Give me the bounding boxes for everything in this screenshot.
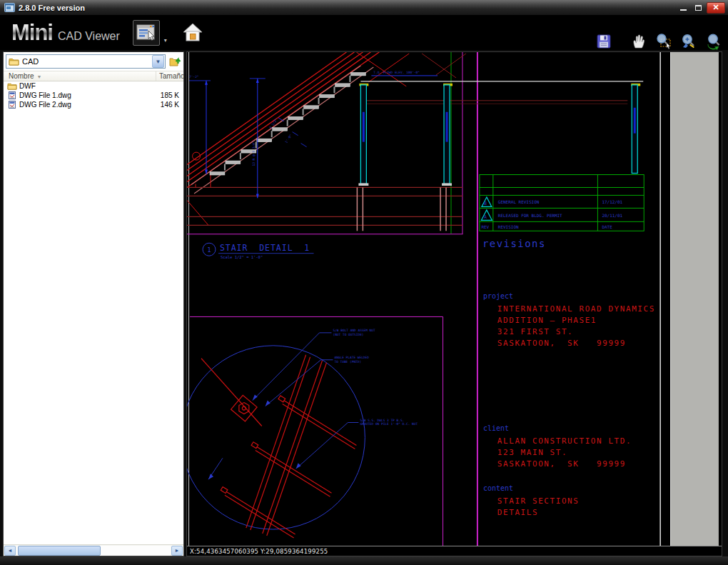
revisions-label: revisions — [482, 238, 546, 249]
cad-drawing: T.O. PLYWD ELEV. 100'-0" — [187, 52, 722, 546]
revision-text: GENERAL REVISION — [498, 199, 540, 204]
cad-canvas[interactable]: T.O. PLYWD ELEV. 100'-0" — [186, 51, 722, 556]
file-list-header[interactable]: Nombre▼ Tamaño — [4, 71, 183, 81]
logo-secondary: CAD Viewer — [58, 30, 120, 43]
zoom-in-out-icon[interactable] — [680, 33, 697, 50]
status-bar: X:54,4363457060395 Y:29,0859364199255 — [187, 546, 722, 556]
folder-up-green-arrow-icon — [169, 56, 181, 67]
revision-date: 20/11/01 — [602, 213, 622, 218]
folder-icon — [7, 82, 17, 90]
zoom-extents-icon[interactable] — [705, 33, 722, 50]
annotation: 5/8 BOLT AND ASSEM NUT — [333, 329, 375, 332]
horizontal-scrollbar: ◄ ► — [4, 544, 183, 556]
detail-title: 1 STAIR DETAIL 1 Scale 1/2" = 1'-0" — [203, 243, 314, 259]
client-line: ALLAN CONSTRUCTION LTD. — [497, 436, 632, 446]
file-size: 146 K — [159, 101, 183, 109]
file-browser-panel: CAD ▼ Nombre▼ Tamaño — [3, 51, 184, 556]
window-title: 2.8.0 Free version — [19, 4, 674, 12]
scroll-right-button[interactable]: ► — [171, 546, 183, 556]
detail-number: 1 — [207, 246, 211, 254]
view-mode-button[interactable]: ▾ — [133, 20, 160, 46]
file-name: DWG File 2.dwg — [19, 101, 159, 109]
folder-combo[interactable]: CAD ▼ — [6, 54, 166, 69]
header-date: DATE — [602, 224, 612, 229]
toolbar: Mini CAD Viewer ▾ — [0, 16, 728, 50]
content-line: STAIR SECTIONS — [497, 496, 580, 506]
view-mode-dropdown-arrow[interactable]: ▾ — [164, 37, 167, 44]
file-list: DWF DWG File 1.dwg 185 K DWG File 2.dwg … — [4, 81, 183, 544]
dim-riser: 13 R @ 7 3/4" — [252, 141, 256, 166]
sheet-edges — [189, 52, 719, 546]
sort-indicator-icon: ▼ — [37, 74, 42, 79]
revisions-table: B A GENERAL REVISION 17/12/01 RELEASED F… — [480, 175, 644, 250]
annotation: ANGLE PLATE WELDED — [334, 356, 369, 359]
detail-circle: 5/8 BOLT AND ASSEM NUT (NUT TO OUTSIDE) … — [187, 329, 418, 538]
rev-mark: A — [484, 214, 487, 220]
view-mode-window-cursor-icon — [136, 24, 157, 42]
annotation: 5/8 S.S. DWLS 3 TP B.S. — [360, 419, 404, 422]
annotation: (NUT TO OUTSIDE) — [333, 333, 363, 336]
stair-section — [187, 52, 466, 225]
app-window: 2.8.0 Free version ✕ Mini CAD Viewer ▾ — [0, 0, 728, 565]
list-item-folder[interactable]: DWF — [4, 81, 183, 91]
detail-annotations: 5/8 BOLT AND ASSEM NUT (NUT TO OUTSIDE) … — [208, 329, 418, 479]
home-icon — [182, 22, 203, 44]
file-name: DWG File 1.dwg — [19, 91, 159, 99]
project-line: 321 FIRST ST. — [497, 327, 573, 336]
file-size: 185 K — [159, 91, 183, 99]
project-line: INTERNATIONAL ROAD DYNAMICS — [497, 304, 655, 314]
scrollbar-thumb[interactable] — [18, 546, 101, 556]
app-logo: Mini CAD Viewer — [11, 20, 120, 46]
logo-primary: Mini — [11, 20, 53, 46]
combo-dropdown-button[interactable]: ▼ — [152, 55, 164, 68]
title-bar: 2.8.0 Free version ✕ — [0, 0, 728, 16]
scrollbar-track[interactable] — [16, 546, 171, 556]
list-item-dwg2[interactable]: DWG File 2.dwg 146 K — [4, 100, 183, 109]
folder-combo-value: CAD — [22, 57, 152, 66]
main-area: CAD ▼ Nombre▼ Tamaño — [0, 50, 728, 556]
minimize-button[interactable] — [677, 2, 689, 14]
up-folder-button[interactable] — [168, 54, 182, 69]
viewport-borders — [187, 52, 477, 546]
columns — [360, 85, 637, 184]
client-line: SASKATOON, SK 99999 — [497, 459, 626, 469]
floor-note: T.O. PLYWD ELEV. 100'-0" — [373, 71, 420, 74]
column-header-size[interactable]: Tamaño — [156, 71, 183, 81]
maximize-button[interactable] — [692, 2, 704, 14]
file-name: DWF — [19, 82, 159, 90]
annotation: TO TUBE (PNTD) — [334, 360, 361, 364]
project-label: project — [483, 292, 513, 300]
column-header-name[interactable]: Nombre▼ — [4, 71, 156, 81]
folder-combo-row: CAD ▼ — [4, 52, 183, 71]
rev-mark: B — [484, 201, 487, 206]
content-label: content — [483, 484, 513, 492]
dim-left: 7'-2" — [189, 75, 198, 79]
list-item-dwg1[interactable]: DWG File 1.dwg 185 K — [4, 91, 183, 100]
dim-mid2: 1'-0" — [284, 134, 293, 144]
home-button[interactable] — [181, 21, 204, 44]
folder-icon — [9, 57, 19, 66]
project-line: ADDITION — PHASE1 — [497, 316, 597, 325]
cursor-coordinates: X:54,4363457060395 Y:29,0859364199255 — [190, 548, 328, 555]
title-block-text: project INTERNATIONAL ROAD DYNAMICS ADDI… — [483, 292, 655, 517]
stair-dimensions: 7'-2" 13 R @ 7 3/4" 3 1/2" 1'-0" — [189, 75, 307, 199]
annotation: GROUTED ON PILE 1'-0" O.C. NUT — [360, 422, 418, 426]
zoom-window-icon[interactable] — [655, 33, 672, 50]
client-label: client — [483, 424, 509, 432]
content-line: DETAILS — [497, 508, 538, 517]
save-icon[interactable] — [595, 33, 612, 50]
close-button[interactable]: ✕ — [707, 2, 725, 14]
scroll-left-button[interactable]: ◄ — [4, 546, 16, 556]
header-rev: REV — [481, 224, 489, 229]
dwg-file-icon — [7, 101, 17, 109]
revision-text: RELEASED FOR BLDG. PERMIT — [498, 213, 562, 218]
toolbar-right-icons — [595, 33, 722, 50]
project-line: SASKATOON, SK 99999 — [497, 339, 626, 348]
pan-hand-icon[interactable] — [630, 33, 647, 50]
dwg-file-icon — [7, 91, 17, 99]
app-icon — [4, 3, 15, 12]
header-revision: REVISION — [498, 224, 519, 229]
client-line: 123 MAIN ST. — [497, 448, 567, 457]
revision-date: 17/12/01 — [602, 199, 622, 204]
detail-title-text: STAIR DETAIL 1 — [220, 243, 310, 253]
